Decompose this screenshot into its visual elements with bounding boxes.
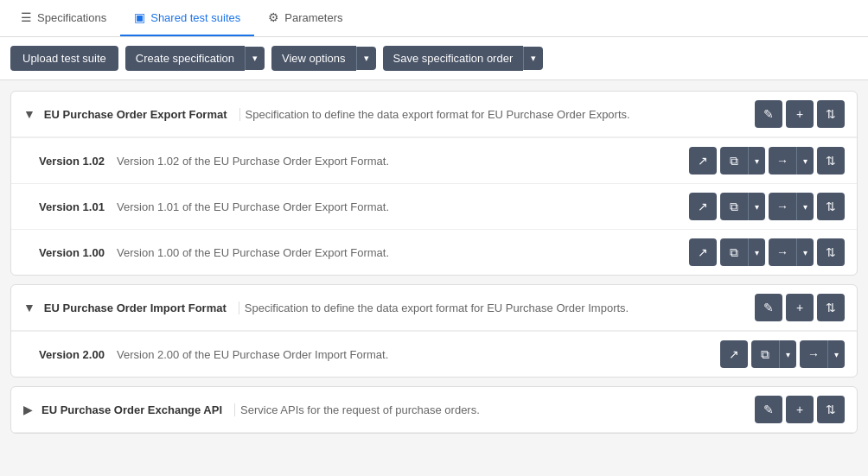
move-v1.02-button[interactable]: → — [769, 147, 796, 175]
copy-v1.00-button[interactable]: ⧉ — [720, 238, 748, 266]
copy-v1.02-dropdown[interactable]: ▾ — [748, 147, 765, 175]
copy-v1.01-dropdown[interactable]: ▾ — [748, 193, 765, 220]
save-specification-order-dropdown[interactable]: ▾ — [523, 47, 543, 70]
open-v1.00-button[interactable]: ↗ — [689, 238, 717, 266]
tab-parameters[interactable]: ⚙ Parameters — [254, 0, 356, 36]
move-v1.01-dropdown[interactable]: ▾ — [796, 193, 814, 220]
spec-group-eu-api-header: ▶ EU Purchase Order Exchange API Service… — [11, 387, 857, 433]
spec-group-eu-import-actions: ✎ + ⇅ — [755, 294, 845, 321]
version-2.00-desc: Version 2.00 of the EU Purchase Order Im… — [117, 348, 712, 361]
copy-v2.00-dropdown[interactable]: ▾ — [779, 340, 796, 368]
version-row-1.01: Version 1.01 Version 1.01 of the EU Purc… — [11, 183, 857, 229]
collapse-eu-api-icon[interactable]: ▶ — [23, 403, 33, 416]
reorder-eu-export-button[interactable]: ⇅ — [817, 100, 845, 128]
version-1.01-desc: Version 1.01 of the EU Purchase Order Ex… — [117, 200, 680, 213]
specifications-icon: ☰ — [21, 10, 32, 24]
move-v1.00-button[interactable]: → — [769, 238, 796, 266]
open-v2.00-button[interactable]: ↗ — [720, 340, 748, 368]
edit-eu-api-button[interactable]: ✎ — [755, 396, 782, 423]
copy-v1.00-dropdown[interactable]: ▾ — [748, 238, 765, 266]
version-row-1.00: Version 1.00 Version 1.00 of the EU Purc… — [11, 229, 857, 275]
save-specification-order-split: Save specification order ▾ — [383, 46, 544, 71]
reorder-v1.00-button[interactable]: ⇅ — [817, 238, 845, 266]
reorder-eu-api-button[interactable]: ⇅ — [817, 396, 845, 423]
move-v2.00-dropdown[interactable]: ▾ — [827, 340, 845, 368]
spec-group-eu-export-header: ▼ EU Purchase Order Export Format Specif… — [11, 92, 857, 137]
version-1.02-desc: Version 1.02 of the EU Purchase Order Ex… — [117, 155, 680, 168]
move-v2.00-button[interactable]: → — [800, 340, 827, 368]
version-row-2.00: Version 2.00 Version 2.00 of the EU Purc… — [11, 331, 857, 377]
edit-eu-export-button[interactable]: ✎ — [755, 100, 782, 128]
collapse-eu-import-icon[interactable]: ▼ — [23, 301, 35, 314]
copy-v1.02-button[interactable]: ⧉ — [720, 147, 748, 175]
parameters-icon: ⚙ — [268, 10, 279, 24]
move-v1.01-button[interactable]: → — [769, 193, 796, 220]
spec-group-eu-api-actions: ✎ + ⇅ — [755, 396, 845, 423]
tab-specifications-label: Specifications — [37, 11, 106, 24]
open-v1.02-button[interactable]: ↗ — [689, 147, 717, 175]
add-eu-import-button[interactable]: + — [786, 294, 814, 321]
upload-test-suite-button[interactable]: Upload test suite — [10, 46, 118, 71]
version-row-1.02: Version 1.02 Version 1.02 of the EU Purc… — [11, 137, 857, 183]
tab-shared-test-suites[interactable]: ▣ Shared test suites — [120, 0, 254, 36]
move-v1.00-split: → ▾ — [769, 238, 814, 266]
copy-v1.01-button[interactable]: ⧉ — [720, 193, 748, 220]
spec-group-eu-api-desc: Service APIs for the request of purchase… — [234, 403, 746, 416]
create-specification-button[interactable]: Create specification — [125, 46, 245, 71]
copy-v1.02-split: ⧉ ▾ — [720, 147, 765, 175]
move-v1.01-split: → ▾ — [769, 193, 814, 220]
view-options-split: View options ▾ — [271, 46, 375, 71]
copy-v1.01-split: ⧉ ▾ — [720, 193, 765, 220]
spec-group-eu-import-title: EU Purchase Order Import Format — [44, 301, 227, 314]
spec-group-eu-api-title: EU Purchase Order Exchange API — [41, 403, 222, 416]
copy-v2.00-button[interactable]: ⧉ — [751, 340, 779, 368]
spec-group-eu-export: ▼ EU Purchase Order Export Format Specif… — [10, 91, 858, 276]
main-content: ▼ EU Purchase Order Export Format Specif… — [0, 80, 868, 444]
create-specification-split: Create specification ▾ — [125, 46, 265, 71]
copy-v1.00-split: ⧉ ▾ — [720, 238, 765, 266]
version-1.02-label: Version 1.02 — [39, 155, 108, 168]
reorder-v1.01-button[interactable]: ⇅ — [817, 193, 845, 220]
spec-group-eu-export-title: EU Purchase Order Export Format — [44, 108, 227, 121]
version-1.01-actions: ↗ ⧉ ▾ → ▾ ⇅ — [689, 193, 845, 220]
move-v1.02-dropdown[interactable]: ▾ — [796, 147, 814, 175]
collapse-eu-export-icon[interactable]: ▼ — [23, 107, 35, 121]
move-v2.00-split: → ▾ — [800, 340, 845, 368]
edit-eu-import-button[interactable]: ✎ — [755, 294, 782, 321]
reorder-v1.02-button[interactable]: ⇅ — [817, 147, 845, 175]
version-1.00-label: Version 1.00 — [39, 246, 108, 259]
version-1.00-actions: ↗ ⧉ ▾ → ▾ ⇅ — [689, 238, 845, 266]
version-2.00-label: Version 2.00 — [39, 348, 108, 361]
move-v1.02-split: → ▾ — [769, 147, 814, 175]
reorder-eu-import-button[interactable]: ⇅ — [817, 294, 845, 321]
view-options-button[interactable]: View options — [271, 46, 355, 71]
shared-test-suites-icon: ▣ — [134, 10, 145, 24]
move-v1.00-dropdown[interactable]: ▾ — [796, 238, 814, 266]
spec-group-eu-import: ▼ EU Purchase Order Import Format Specif… — [10, 284, 858, 378]
spec-group-eu-export-actions: ✎ + ⇅ — [755, 100, 845, 128]
create-specification-dropdown[interactable]: ▾ — [245, 47, 265, 70]
version-2.00-actions: ↗ ⧉ ▾ → ▾ — [720, 340, 845, 368]
version-1.00-desc: Version 1.00 of the EU Purchase Order Ex… — [117, 246, 680, 259]
add-eu-api-button[interactable]: + — [786, 396, 814, 423]
save-specification-order-button[interactable]: Save specification order — [383, 46, 524, 71]
copy-v2.00-split: ⧉ ▾ — [751, 340, 796, 368]
open-v1.01-button[interactable]: ↗ — [689, 193, 717, 220]
toolbar: Upload test suite Create specification ▾… — [0, 37, 868, 80]
add-eu-export-button[interactable]: + — [786, 100, 814, 128]
view-options-dropdown[interactable]: ▾ — [356, 47, 376, 70]
tab-shared-test-suites-label: Shared test suites — [150, 11, 240, 24]
spec-group-eu-import-desc: Specification to define the data export … — [239, 301, 746, 314]
spec-group-eu-export-desc: Specification to define the data export … — [239, 108, 746, 121]
spec-group-eu-api: ▶ EU Purchase Order Exchange API Service… — [10, 386, 858, 434]
tab-specifications[interactable]: ☰ Specifications — [7, 0, 120, 36]
top-tabs: ☰ Specifications ▣ Shared test suites ⚙ … — [0, 0, 868, 37]
spec-group-eu-import-header: ▼ EU Purchase Order Import Format Specif… — [11, 285, 857, 331]
tab-parameters-label: Parameters — [284, 11, 342, 24]
version-1.01-label: Version 1.01 — [39, 200, 108, 213]
version-1.02-actions: ↗ ⧉ ▾ → ▾ ⇅ — [689, 147, 845, 175]
